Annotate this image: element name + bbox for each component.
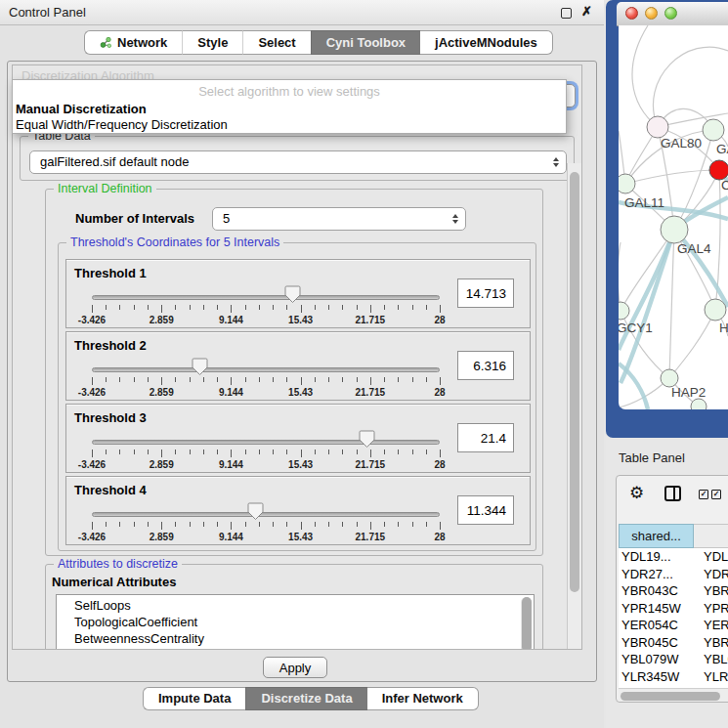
- table-hscrollbar[interactable]: [619, 688, 728, 703]
- table-row[interactable]: YPR145WYPR1: [619, 600, 728, 618]
- tab-network[interactable]: Network: [84, 30, 182, 55]
- slider-tick: [175, 305, 176, 310]
- table-hscrollbar-thumb[interactable]: [621, 692, 720, 701]
- slider-thumb[interactable]: [359, 430, 375, 449]
- checkbox-checked-icon[interactable]: ✓: [699, 490, 708, 499]
- column-header-shared-name[interactable]: shared...: [619, 524, 694, 548]
- network-view-window: GAL80GACGAL11GAL4GCY1HHAP2: [606, 0, 728, 438]
- slider-track[interactable]: [92, 512, 440, 517]
- attribute-list-item[interactable]: BetweennessCentrality: [57, 630, 534, 647]
- algorithm-option-equal-width[interactable]: Equal Width/Frequency Discretization: [16, 117, 566, 132]
- slider-track[interactable]: [92, 440, 440, 445]
- network-canvas[interactable]: GAL80GACGAL11GAL4GCY1HHAP2: [619, 25, 728, 409]
- network-node-GAL80[interactable]: [647, 116, 668, 138]
- slider-tick: [357, 305, 358, 310]
- cell-shared-name: YDR27...: [619, 566, 701, 583]
- slider-thumb[interactable]: [247, 502, 264, 521]
- slider-tick: [440, 522, 441, 530]
- threshold-value-field[interactable]: [457, 278, 514, 308]
- tick-label: 2.859: [150, 315, 174, 325]
- network-node-label: HAP2: [671, 385, 706, 400]
- list-scrollbar[interactable]: [521, 597, 532, 650]
- tab-impute-data[interactable]: Impute Data: [143, 687, 245, 710]
- network-node-H[interactable]: [705, 299, 726, 321]
- slider-tick: [342, 522, 343, 527]
- threshold-slider[interactable]: -3.4262.8599.14415.4321.71528: [92, 405, 440, 472]
- panel-scrollbar-thumb[interactable]: [570, 172, 579, 592]
- minimize-traffic-light-icon[interactable]: [645, 7, 658, 20]
- gear-icon[interactable]: ⚙: [629, 484, 644, 503]
- tab-discretize-data[interactable]: Discretize Data: [245, 687, 366, 710]
- bottom-tabbar: Impute Data Discretize Data Infer Networ…: [143, 687, 479, 710]
- threshold-value-field[interactable]: [457, 423, 514, 452]
- attribute-list-item[interactable]: TopologicalCoefficient: [57, 614, 534, 630]
- network-node-GAL11[interactable]: [619, 174, 635, 193]
- float-icon[interactable]: [561, 8, 572, 19]
- slider-tick: [273, 305, 274, 310]
- slider-tick: [315, 377, 316, 382]
- slider-tick: [148, 305, 149, 310]
- network-node-unnamed[interactable]: [691, 399, 707, 409]
- network-graph: GAL80GACGAL11GAL4GCY1HHAP2: [619, 25, 728, 409]
- network-node-GAL4[interactable]: [661, 216, 688, 243]
- table-data-combo[interactable]: galFiltered.sif default node: [29, 150, 567, 174]
- slider-thumb[interactable]: [192, 358, 208, 376]
- slider-tick: [370, 522, 371, 530]
- panel-scrollbar[interactable]: [567, 163, 581, 649]
- network-node-C[interactable]: [709, 160, 728, 180]
- tick-label: 15.43: [288, 532, 313, 542]
- algorithm-option-manual[interactable]: Manual Discretization: [16, 102, 566, 116]
- number-of-intervals-combo[interactable]: 5: [212, 207, 466, 231]
- slider-tick: [301, 377, 302, 385]
- numerical-attributes-list[interactable]: SelfLoopsTopologicalCoefficientBetweenne…: [56, 594, 535, 650]
- table-row[interactable]: YER054CYER0: [619, 617, 728, 634]
- table-row[interactable]: YBR043CYBR0: [619, 582, 728, 600]
- slider-track[interactable]: [92, 295, 440, 300]
- tab-select[interactable]: Select: [242, 30, 310, 55]
- tick-label: 2.859: [150, 459, 174, 470]
- column-header-name[interactable]: n: [694, 524, 728, 548]
- threshold-value-field[interactable]: [457, 351, 514, 380]
- slider-tick: [384, 450, 385, 454]
- zoom-traffic-light-icon[interactable]: [664, 7, 677, 20]
- apply-button[interactable]: Apply: [263, 657, 327, 678]
- threshold-slider[interactable]: -3.4262.8599.14415.4321.71528: [92, 332, 440, 400]
- slider-tick: [190, 522, 191, 527]
- tab-cyni-toolbox-label: Cyni Toolbox: [326, 30, 406, 55]
- spinner-arrows-icon[interactable]: [553, 157, 559, 167]
- table-row[interactable]: YLR345WYLR3: [619, 668, 728, 686]
- close-icon[interactable]: ✗: [581, 4, 592, 19]
- tab-style[interactable]: Style: [182, 30, 242, 55]
- network-node-GCY1[interactable]: [619, 302, 629, 320]
- slider-track[interactable]: [92, 367, 440, 372]
- slider-tick: [357, 450, 358, 454]
- slider-tick: [92, 522, 93, 530]
- slider-tick: [217, 305, 218, 310]
- attribute-list-item[interactable]: SelfLoops: [57, 597, 534, 614]
- slider-tick: [148, 377, 149, 382]
- table-row[interactable]: YBR045CYBR0: [619, 634, 728, 652]
- threshold-value-field[interactable]: [457, 495, 514, 525]
- table-row[interactable]: YBL079WYBL0: [619, 651, 728, 668]
- tab-infer-network[interactable]: Infer Network: [367, 687, 479, 710]
- threshold-box: Threshold 4-3.4262.8599.14415.4321.71528: [65, 476, 531, 545]
- threshold-slider[interactable]: -3.4262.8599.14415.4321.71528: [92, 260, 440, 327]
- checkbox-checked-icon[interactable]: ✓: [711, 490, 721, 499]
- slider-tick: [328, 522, 329, 527]
- network-node-GA[interactable]: [703, 119, 724, 141]
- tab-style-label: Style: [197, 30, 228, 55]
- tab-jactivemnodules[interactable]: jActiveMNodules: [420, 30, 553, 55]
- table-panel-title: Table Panel: [619, 450, 685, 465]
- columns-icon[interactable]: [664, 486, 681, 501]
- list-scrollbar-thumb[interactable]: [522, 597, 532, 650]
- slider-tick: [161, 450, 162, 457]
- spinner-arrows-icon[interactable]: [452, 214, 458, 224]
- close-traffic-light-icon[interactable]: [625, 7, 638, 20]
- slider-thumb[interactable]: [284, 285, 301, 304]
- table-row[interactable]: YDL19...YDL1: [619, 548, 728, 566]
- slider-tick: [370, 305, 371, 313]
- tab-cyni-toolbox[interactable]: Cyni Toolbox: [311, 30, 420, 55]
- table-row[interactable]: YDR27...YDR2: [619, 566, 728, 583]
- threshold-slider[interactable]: -3.4262.8599.14415.4321.71528: [92, 477, 440, 544]
- slider-tick: [301, 450, 302, 457]
